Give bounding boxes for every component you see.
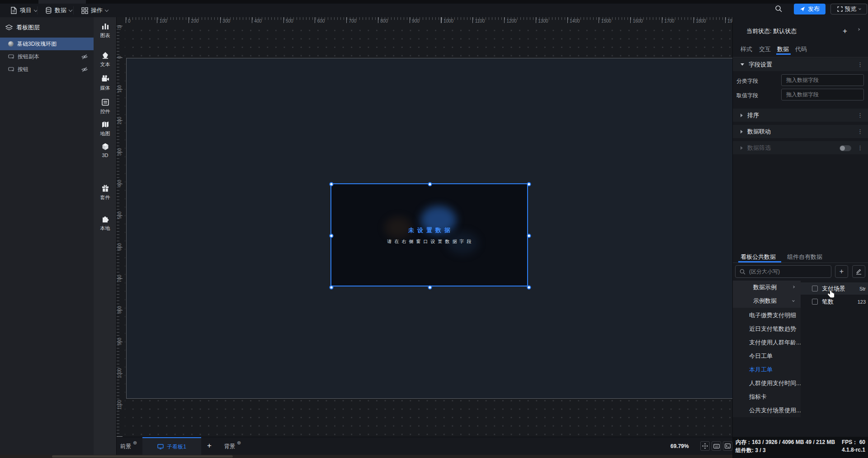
section-sort[interactable]: 排序 — [733, 109, 868, 122]
dataset-label: 人群使用支付时间... — [749, 379, 801, 387]
canvas-viewport[interactable]: 未设置数据 请在右侧窗口设置数据字段 — [125, 25, 732, 437]
tool-media[interactable]: 媒体 — [94, 74, 117, 91]
dataset-item[interactable]: 公共支付场景使用... — [733, 404, 801, 417]
ruler-label: 100 — [117, 82, 122, 95]
ruler-label: 1200 — [506, 19, 516, 24]
layers-panel-header: 看板图层 — [0, 17, 94, 32]
value-field-dropzone[interactable]: 拖入数据字段 — [781, 89, 864, 100]
keyboard-shortcuts-icon[interactable] — [712, 441, 721, 451]
bar-chart-icon — [101, 22, 110, 31]
menu-divider — [37, 6, 38, 14]
section-data-linkage[interactable]: 数据联动 — [733, 125, 868, 138]
add-foreground-icon[interactable] — [133, 440, 137, 446]
resize-handle[interactable] — [527, 182, 531, 186]
foreground-label[interactable]: 前景 — [120, 443, 131, 450]
tool-kits[interactable]: 套件 — [94, 184, 117, 201]
tab-data[interactable]: 数据 — [777, 45, 789, 53]
tab-interaction[interactable]: 交互 — [759, 45, 771, 53]
dataset-item[interactable]: 人群使用支付时间... — [733, 377, 801, 390]
empty-data-title: 未设置数据 — [331, 226, 527, 234]
eye-hidden-icon[interactable] — [81, 67, 88, 72]
search-placeholder: (区分大小写) — [749, 268, 780, 276]
background-label[interactable]: 背景 — [224, 443, 235, 450]
dataset-item[interactable]: 近日支付笔数趋势 — [733, 322, 801, 336]
menu-actions[interactable]: 操作 — [77, 4, 113, 17]
edit-dataset-button[interactable] — [852, 265, 865, 278]
resize-handle[interactable] — [330, 182, 334, 186]
dataset-item[interactable]: 电子缴费支付明细 — [733, 309, 801, 322]
resize-handle[interactable] — [527, 286, 531, 290]
add-dataset-button[interactable]: + — [835, 265, 848, 278]
layer-label: 基础3D玫瑰环图 — [17, 40, 57, 48]
vertical-ruler: -100010020030040050060070080090010001100 — [117, 25, 125, 437]
resize-handle[interactable] — [330, 286, 334, 290]
chevron-right-icon — [792, 286, 795, 288]
tab-component-own-data[interactable]: 组件自有数据 — [787, 253, 822, 261]
dataset-item[interactable]: 支付使用人群年龄... — [733, 336, 801, 349]
selected-component[interactable]: 未设置数据 请在右侧窗口设置数据字段 — [330, 183, 528, 286]
search-icon[interactable] — [775, 5, 783, 13]
canvas-area[interactable]: 0100200300400500600700800900100011001200… — [117, 17, 732, 437]
dataset-item[interactable]: 指标卡 — [733, 390, 801, 404]
tab-style[interactable]: 样式 — [741, 45, 752, 53]
resize-handle[interactable] — [330, 234, 334, 238]
tool-3d[interactable]: 3D — [94, 142, 117, 158]
filter-toggle[interactable] — [840, 145, 851, 151]
category-field-dropzone[interactable]: 拖入数据字段 — [781, 74, 864, 86]
terminal-icon[interactable] — [723, 441, 732, 451]
ruler-label: 800 — [380, 19, 388, 24]
publish-button[interactable]: 发布 — [794, 4, 826, 14]
scrollbar-thumb[interactable] — [52, 455, 233, 458]
horizontal-scrollbar[interactable] — [0, 455, 732, 458]
tab-board-shared-data[interactable]: 看板公共数据 — [741, 253, 776, 261]
group-data-samples[interactable]: 数据示例 — [733, 281, 801, 294]
ruler-label: 900 — [117, 335, 122, 348]
resize-handle[interactable] — [428, 182, 432, 186]
more-options-icon[interactable] — [857, 61, 863, 68]
tool-local[interactable]: 本地 — [94, 215, 117, 232]
current-state-label: 当前状态: 默认状态 — [746, 27, 797, 35]
data-search-input[interactable]: (区分大小写) — [735, 265, 831, 278]
menu-actions-label: 操作 — [91, 6, 103, 14]
layer-row-rose-chart[interactable]: 基础3D玫瑰环图 — [0, 38, 94, 50]
more-options-icon[interactable] — [857, 144, 863, 151]
ruler-label: 300 — [117, 145, 122, 159]
preview-button[interactable]: 预览 — [830, 4, 867, 14]
subpanel-tab[interactable]: 子看板1 — [142, 437, 201, 455]
tool-map[interactable]: 地图 — [94, 120, 117, 137]
fit-view-icon[interactable] — [700, 441, 710, 451]
eye-hidden-icon[interactable] — [81, 54, 88, 60]
chevron-down-icon — [859, 7, 861, 10]
tool-label: 媒体 — [100, 85, 110, 91]
chevron-right-icon[interactable] — [857, 28, 860, 31]
menu-project[interactable]: 项目 — [6, 4, 42, 17]
section-data-filter[interactable]: 数据筛选 — [733, 141, 868, 154]
checkbox[interactable] — [812, 286, 818, 291]
zoom-level[interactable]: 69.79% — [670, 443, 689, 449]
resize-handle[interactable] — [527, 234, 531, 238]
dataset-item[interactable]: 今日工单 — [733, 349, 801, 363]
add-state-icon[interactable]: + — [843, 27, 847, 36]
section-field-settings[interactable]: 字段设置 — [733, 58, 868, 71]
resize-handle[interactable] — [428, 286, 432, 290]
add-subpanel-button[interactable] — [207, 441, 212, 450]
checkbox[interactable] — [812, 299, 818, 305]
tool-widgets[interactable]: 控件 — [94, 98, 117, 115]
group-sample-data[interactable]: 示例数据 — [733, 294, 801, 308]
layer-row-button-copy[interactable]: 按钮副本 — [0, 50, 94, 63]
menu-data[interactable]: 数据 — [41, 4, 76, 17]
tab-code[interactable]: 代码 — [795, 45, 807, 53]
fullscreen-corners-icon — [837, 6, 843, 12]
layers-icon — [5, 24, 13, 31]
more-options-icon[interactable] — [857, 128, 863, 135]
more-options-icon[interactable] — [857, 112, 863, 119]
tool-text[interactable]: 文本 — [94, 51, 117, 68]
add-background-icon[interactable] — [237, 440, 241, 446]
tool-charts[interactable]: 图表 — [94, 22, 117, 39]
dataset-item-selected[interactable]: 本月工单 — [733, 363, 801, 377]
layer-row-button[interactable]: 按钮 — [0, 63, 94, 76]
memory-stats: 内存：163 / 3926 / 4096 MB 49 / 212 MB — [736, 439, 835, 446]
gift-box-icon — [101, 184, 110, 193]
tool-label: 地图 — [100, 130, 110, 137]
dataset-label: 支付使用人群年龄... — [749, 339, 801, 347]
